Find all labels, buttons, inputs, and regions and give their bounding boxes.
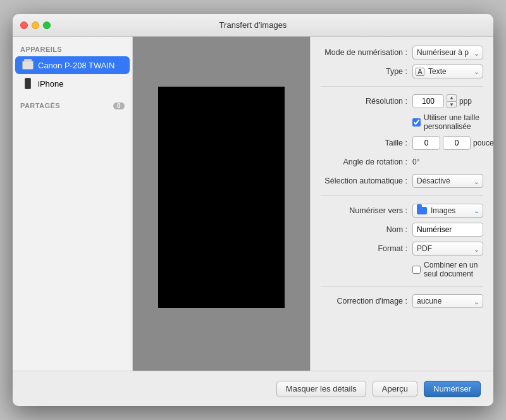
combiner-row: Combiner en un seul document: [321, 261, 483, 278]
minimize-button[interactable]: [32, 22, 39, 29]
taille-unit: pouces: [473, 139, 493, 147]
numeriser-button[interactable]: Numériser: [424, 381, 481, 397]
format-row: Format : PDF: [321, 242, 483, 256]
format-label: Format :: [321, 244, 412, 253]
partages-badge: 0: [113, 102, 125, 109]
sidebar-item-canon[interactable]: Canon P-208 TWAIN: [15, 56, 130, 74]
combiner-checkbox[interactable]: [412, 266, 421, 274]
correction-select-wrapper: aucune: [412, 294, 483, 308]
sidebar-item-iphone[interactable]: iPhone: [15, 75, 130, 92]
numeriser-vers-row: Numériser vers : Images ⌄: [321, 204, 483, 218]
selection-row: Sélection automatique : Désactivé: [321, 174, 483, 188]
taille-y-input[interactable]: [443, 136, 471, 150]
content-area: APPAREILS Canon P-208 TWAIN iPhone PARTA…: [13, 37, 493, 371]
resolution-up-button[interactable]: ▲: [447, 94, 457, 101]
bottom-bar: Masquer les détails Aperçu Numériser: [13, 371, 493, 406]
taille-control: pouces ▲ ▼: [412, 136, 493, 150]
resolution-down-button[interactable]: ▼: [447, 101, 457, 108]
type-value: Texte: [427, 67, 469, 76]
nom-label: Nom :: [321, 225, 412, 234]
apercu-button[interactable]: Aperçu: [373, 381, 417, 397]
type-control: A Texte ⌄: [412, 65, 483, 78]
divider-3: [321, 286, 483, 287]
format-select[interactable]: PDF: [412, 242, 483, 256]
correction-select[interactable]: aucune: [412, 294, 483, 308]
divider-2: [321, 195, 483, 196]
mode-label: Mode de numérisation :: [321, 48, 412, 57]
format-select-wrapper: PDF: [412, 242, 483, 256]
traffic-lights: [20, 22, 51, 29]
folder-icon: [417, 207, 427, 214]
custom-size-row: Utiliser une taille personnalisée: [321, 113, 483, 131]
numeriser-vers-select[interactable]: Images ⌄: [412, 204, 483, 218]
resolution-row: Résolution : ▲ ▼ ppp: [321, 94, 483, 108]
main-window: Transfert d'images APPAREILS Canon P-208…: [13, 14, 493, 406]
divider-1: [321, 86, 483, 87]
custom-size-control: Utiliser une taille personnalisée: [412, 113, 483, 131]
selection-select[interactable]: Désactivé: [412, 174, 483, 188]
resolution-control: ▲ ▼ ppp: [412, 94, 483, 108]
phone-icon: [22, 77, 34, 90]
sidebar: APPAREILS Canon P-208 TWAIN iPhone PARTA…: [13, 37, 133, 371]
selection-select-wrapper: Désactivé: [412, 174, 483, 188]
maximize-button[interactable]: [43, 22, 51, 29]
type-select[interactable]: A Texte ⌄: [412, 65, 483, 78]
numeriser-vers-value: Images: [429, 206, 469, 215]
mode-select[interactable]: Numériseur à plat: [412, 46, 483, 59]
resolution-input[interactable]: [412, 94, 444, 108]
type-label: Type :: [321, 67, 412, 76]
type-row: Type : A Texte ⌄: [321, 65, 483, 78]
appareils-section-label: APPAREILS: [13, 43, 132, 56]
correction-row: Correction d'image : aucune: [321, 294, 483, 308]
taille-label: Taille :: [321, 139, 412, 147]
printer-icon: [22, 59, 34, 71]
folder-chevron-icon: ⌄: [474, 207, 479, 215]
controls-panel: Mode de numérisation : Numériseur à plat…: [310, 37, 493, 371]
resolution-label: Résolution :: [321, 97, 412, 106]
mode-select-wrapper: Numériseur à plat: [412, 46, 483, 59]
nom-input[interactable]: [412, 223, 483, 237]
resolution-unit: ppp: [459, 97, 472, 106]
close-button[interactable]: [20, 22, 28, 29]
mode-row: Mode de numérisation : Numériseur à plat: [321, 46, 483, 59]
canon-label: Canon P-208 TWAIN: [38, 61, 114, 70]
numeriser-vers-label: Numériser vers :: [321, 206, 412, 215]
title-bar: Transfert d'images: [13, 14, 493, 37]
correction-label: Correction d'image :: [321, 297, 412, 306]
taille-x-input[interactable]: [412, 136, 440, 150]
type-chevron-icon: ⌄: [474, 68, 479, 76]
custom-size-checkbox[interactable]: [412, 118, 421, 127]
nom-row: Nom :: [321, 223, 483, 237]
combiner-label: Combiner en un seul document: [424, 261, 483, 278]
type-icon: A: [416, 68, 424, 76]
masquer-button[interactable]: Masquer les détails: [276, 381, 366, 397]
taille-row: Taille : pouces ▲ ▼: [321, 136, 483, 150]
combiner-control: Combiner en un seul document: [412, 261, 483, 278]
window-title: Transfert d'images: [219, 20, 287, 30]
iphone-label: iPhone: [38, 79, 63, 89]
preview-area: [133, 37, 310, 371]
preview-paper: [158, 87, 285, 308]
selection-label: Sélection automatique :: [321, 176, 412, 185]
resolution-stepper: ▲ ▼: [447, 94, 457, 108]
partages-section-label: PARTAGÉS 0: [13, 99, 132, 112]
angle-row: Angle de rotation : 0°: [321, 155, 483, 169]
custom-size-label: Utiliser une taille personnalisée: [424, 113, 483, 131]
numeriser-vers-control: Images ⌄: [412, 204, 483, 218]
angle-label: Angle de rotation :: [321, 158, 412, 166]
angle-value: 0°: [412, 158, 483, 166]
